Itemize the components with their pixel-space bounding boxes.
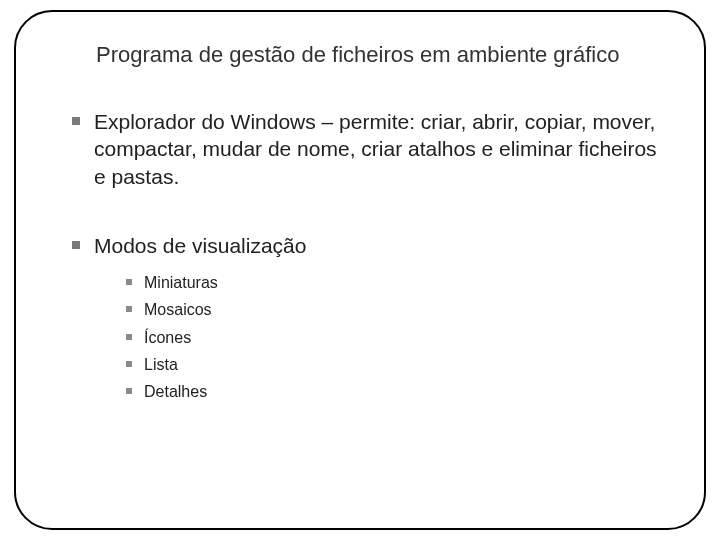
- bullet-list: Explorador do Windows – permite: criar, …: [66, 108, 664, 405]
- list-item: Detalhes: [122, 378, 664, 405]
- slide-frame: Programa de gestão de ficheiros em ambie…: [14, 10, 706, 530]
- slide-container: Programa de gestão de ficheiros em ambie…: [0, 0, 720, 540]
- bullet-text: Explorador do Windows – permite: criar, …: [94, 110, 657, 188]
- sub-bullet-list: Miniaturas Mosaicos Ícones Lista Detalhe…: [122, 269, 664, 405]
- bullet-text: Modos de visualização: [94, 234, 306, 257]
- list-item: Modos de visualização Miniaturas Mosaico…: [66, 232, 664, 405]
- list-item: Lista: [122, 351, 664, 378]
- list-item: Ícones: [122, 324, 664, 351]
- list-item: Explorador do Windows – permite: criar, …: [66, 108, 664, 190]
- list-item: Mosaicos: [122, 296, 664, 323]
- list-item: Miniaturas: [122, 269, 664, 296]
- slide-title: Programa de gestão de ficheiros em ambie…: [96, 42, 664, 68]
